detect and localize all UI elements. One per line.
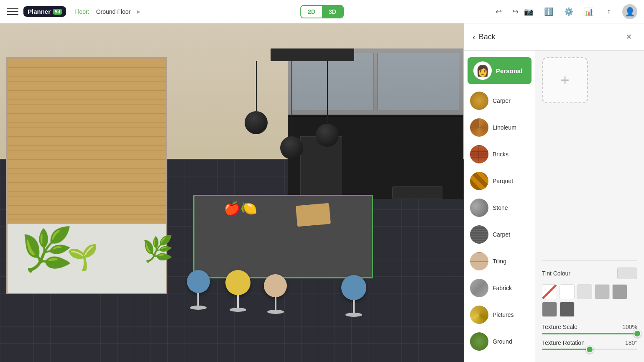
close-button[interactable]: × <box>622 30 636 43</box>
logo-badge: 5d <box>53 9 62 15</box>
texture-scale-value: 100% <box>622 324 637 330</box>
right-panel: ‹ Back × 👩 Personal Carper Linoleum <box>464 23 644 362</box>
fabrick-label: Fabrick <box>493 285 512 291</box>
texture-scale-label: Texture Scale <box>542 324 578 330</box>
undo-button[interactable]: ↩ <box>492 5 505 18</box>
texture-options: + Tint Colour <box>535 51 644 362</box>
tiling-label: Tiling <box>493 258 506 265</box>
floor-value: Ground Floor <box>96 8 130 15</box>
material-item-ground[interactable]: Ground <box>464 328 535 355</box>
material-list: 👩 Personal Carper Linoleum Bricks Parqu <box>464 51 535 362</box>
menu-button[interactable] <box>7 6 18 18</box>
carpet-thumb <box>470 225 488 244</box>
stool-blue-2 <box>341 275 366 300</box>
texture-scale-fill <box>542 333 637 334</box>
camera-button[interactable]: 📷 <box>522 5 535 18</box>
pictures-label: Pictures <box>493 311 514 318</box>
toolbar: Planner 5d Floor: Ground Floor ▸ ↩ ↪ 2D … <box>0 0 644 23</box>
material-item-tiling[interactable]: Tiling <box>464 248 535 275</box>
stone-thumb <box>470 199 488 217</box>
color-swatch-light-gray[interactable] <box>577 284 592 299</box>
fabrick-thumb <box>470 279 488 297</box>
view-toggle: 2D 3D <box>300 5 344 18</box>
bricks-label: Bricks <box>493 151 509 158</box>
panel-header: ‹ Back × <box>464 23 644 51</box>
tint-colour-row: Tint Colour <box>542 268 637 279</box>
carpet-label: Carpet <box>493 231 510 238</box>
pictures-thumb <box>470 306 488 324</box>
texture-scale-row: Texture Scale 100% <box>542 324 637 334</box>
color-swatch-dark-gray[interactable] <box>612 284 627 299</box>
material-item-pictures[interactable]: Pictures <box>464 301 535 328</box>
view-3d-button[interactable]: 3D <box>322 6 343 18</box>
texture-scale-thumb[interactable] <box>634 330 641 337</box>
view-2d-button[interactable]: 2D <box>301 6 322 18</box>
stool-blue-1 <box>187 270 210 293</box>
blind <box>8 59 166 223</box>
plant-large: 🌿 <box>21 228 73 270</box>
add-texture-button[interactable]: + <box>542 57 588 103</box>
color-swatch-white[interactable] <box>560 284 575 299</box>
stone-label: Stone <box>493 204 508 211</box>
kitchen-island[interactable]: 🍎🍋 <box>193 195 373 278</box>
material-item-parquet[interactable]: Parquet <box>464 168 535 194</box>
texture-rotation-value: 180° <box>625 339 637 346</box>
bricks-thumb <box>470 145 488 163</box>
texture-rotation-thumb[interactable] <box>586 346 593 353</box>
personal-button[interactable]: 👩 Personal <box>468 57 532 84</box>
linoleum-thumb <box>470 118 488 137</box>
stats-button[interactable]: 📊 <box>582 5 595 18</box>
share-button[interactable]: ↑ <box>602 5 616 18</box>
texture-rotation-fill <box>542 349 590 350</box>
ground-thumb <box>470 332 488 351</box>
floor-label: Floor: <box>74 8 89 15</box>
floor-arrow: ▸ <box>137 8 141 15</box>
color-swatch-none[interactable] <box>542 284 557 299</box>
carper-label: Carper <box>493 97 511 104</box>
plant-medium: 🌿 <box>142 237 174 262</box>
tint-colour-swatch[interactable] <box>617 268 637 279</box>
pendant-lights <box>245 61 339 159</box>
material-item-stone[interactable]: Stone <box>464 194 535 221</box>
carper-thumb <box>470 92 488 110</box>
settings-section: Tint Colour Texture Scale <box>542 260 637 355</box>
personal-avatar: 👩 <box>473 61 492 80</box>
avatar[interactable]: 👤 <box>622 4 637 19</box>
history-controls: ↩ ↪ <box>492 5 522 18</box>
material-item-bricks[interactable]: Bricks <box>464 141 535 168</box>
color-swatch-darkest-gray[interactable] <box>560 302 575 317</box>
logo-text: Planner <box>28 8 51 15</box>
texture-rotation-row: Texture Rotation 180° <box>542 339 637 350</box>
parquet-thumb <box>470 172 488 190</box>
material-item-linoleum[interactable]: Linoleum <box>464 114 535 141</box>
ceiling-light <box>271 48 354 61</box>
texture-scale-track[interactable] <box>542 333 637 334</box>
tint-colour-label: Tint Colour <box>542 270 570 277</box>
back-label: Back <box>479 33 496 41</box>
panel-content: 👩 Personal Carper Linoleum Bricks Parqu <box>464 51 644 362</box>
color-swatches <box>542 284 637 317</box>
info-button[interactable]: ℹ️ <box>542 5 555 18</box>
material-item-fabrick[interactable]: Fabrick <box>464 275 535 301</box>
color-swatch-gray[interactable] <box>595 284 610 299</box>
color-swatch-darker-gray[interactable] <box>542 302 557 317</box>
texture-rotation-track[interactable] <box>542 349 637 350</box>
redo-button[interactable]: ↪ <box>509 5 522 18</box>
parquet-label: Parquet <box>493 178 513 184</box>
toolbar-right: 📷 ℹ️ ⚙️ 📊 ↑ 👤 <box>522 4 637 19</box>
ground-label: Ground <box>493 338 512 345</box>
material-item-carpet[interactable]: Carpet <box>464 221 535 248</box>
back-chevron-icon: ‹ <box>473 32 475 42</box>
tiling-thumb <box>470 252 488 270</box>
stool-yellow <box>225 270 250 295</box>
linoleum-label: Linoleum <box>493 124 516 131</box>
toolbar-left: Planner 5d Floor: Ground Floor ▸ <box>7 6 485 18</box>
back-button[interactable]: ‹ Back <box>473 32 496 42</box>
plant-small: 🌱 <box>67 245 98 270</box>
settings-button[interactable]: ⚙️ <box>562 5 575 18</box>
material-item-carper[interactable]: Carper <box>464 87 535 114</box>
texture-rotation-label: Texture Rotation <box>542 339 585 346</box>
logo: Planner 5d <box>23 6 66 17</box>
personal-label: Personal <box>496 67 522 74</box>
